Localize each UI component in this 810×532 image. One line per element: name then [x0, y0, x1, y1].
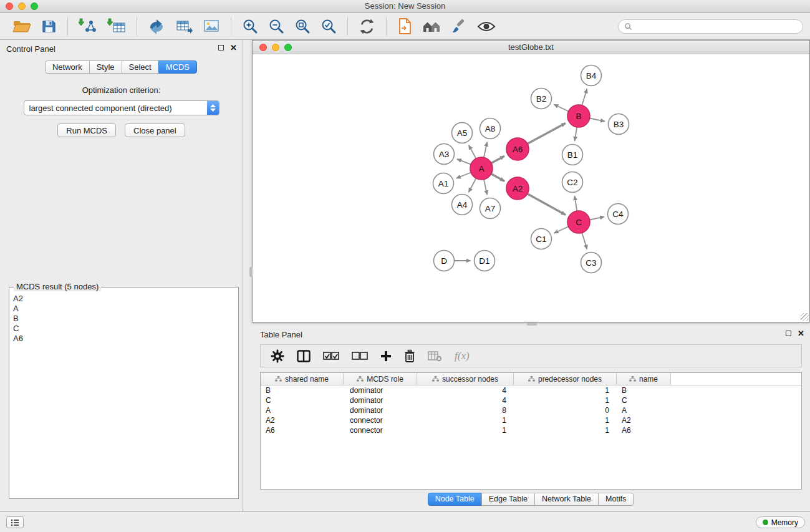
graph-node-A1[interactable]: A1 — [433, 173, 454, 194]
graph-node-B4[interactable]: B4 — [581, 65, 602, 86]
refresh-view-button[interactable] — [356, 16, 378, 37]
svg-text:A5: A5 — [457, 128, 468, 138]
delete-table-button[interactable] — [424, 349, 446, 363]
graph-node-A[interactable]: A — [470, 157, 493, 180]
save-session-button[interactable] — [39, 17, 59, 36]
column-header-shared-name[interactable]: shared name — [261, 373, 344, 385]
zoom-fit-button[interactable] — [292, 16, 313, 36]
show-graphics-button[interactable] — [475, 19, 498, 34]
import-network-button[interactable] — [76, 16, 100, 36]
graph-node-C2[interactable]: C2 — [562, 172, 583, 193]
export-table-button[interactable] — [173, 17, 195, 36]
column-header-successor-nodes[interactable]: successor nodes — [417, 373, 514, 385]
mcds-result-title: MCDS result (5 nodes) — [14, 282, 101, 291]
graph-node-B2[interactable]: B2 — [531, 89, 552, 109]
select-all-button[interactable] — [319, 351, 343, 362]
graph-node-A8[interactable]: A8 — [480, 118, 501, 139]
network-minimize-button[interactable] — [272, 44, 279, 51]
network-canvas[interactable]: B4B2BB3A5A8A6B1A3AC2A1A2A4A7C4CC1C3DD1 — [253, 54, 809, 322]
mcds-result-list: A2ABCA6 — [9, 288, 238, 344]
tab-network-table[interactable]: Network Table — [534, 493, 599, 506]
mcds-result-item[interactable]: C — [13, 324, 238, 334]
tab-select[interactable]: Select — [122, 60, 159, 74]
network-overview-button[interactable] — [420, 17, 443, 36]
show-columns-button[interactable] — [293, 349, 314, 364]
mcds-result-item[interactable]: A — [13, 304, 238, 314]
graph-node-C[interactable]: C — [567, 211, 590, 233]
zoom-in-button[interactable] — [239, 16, 261, 36]
add-column-button[interactable] — [377, 349, 395, 363]
column-header-MCDS-role[interactable]: MCDS role — [344, 373, 417, 385]
zoom-selected-button[interactable] — [318, 16, 339, 36]
clone-network-button[interactable] — [145, 16, 168, 36]
graph-node-B3[interactable]: B3 — [609, 114, 629, 135]
graph-node-A5[interactable]: A5 — [452, 123, 473, 143]
network-zoom-button[interactable] — [284, 44, 292, 51]
network-close-button[interactable] — [259, 44, 267, 51]
graph-node-A6[interactable]: A6 — [506, 138, 529, 160]
mcds-result-item[interactable]: A6 — [13, 334, 238, 344]
zoom-selected-icon — [321, 18, 337, 34]
tab-network[interactable]: Network — [45, 60, 90, 74]
table-row[interactable]: Cdominator41C — [261, 395, 801, 405]
window-controls — [6, 2, 38, 10]
delete-column-button[interactable] — [400, 348, 419, 364]
graph-node-C4[interactable]: C4 — [608, 204, 629, 225]
search-input[interactable] — [635, 22, 797, 31]
graph-node-C3[interactable]: C3 — [581, 253, 602, 273]
close-panel-icon[interactable]: ✕ — [798, 330, 804, 337]
tab-mcds[interactable]: MCDS — [158, 60, 197, 74]
column-header-predecessor-nodes[interactable]: predecessor nodes — [514, 373, 617, 385]
close-panel-icon[interactable]: ✕ — [230, 44, 237, 51]
open-document-button[interactable] — [395, 16, 415, 37]
function-builder-button[interactable]: f(x) — [451, 349, 473, 364]
table-row[interactable]: Adominator80A — [261, 405, 801, 415]
svg-text:B1: B1 — [567, 150, 578, 160]
graph-node-A7[interactable]: A7 — [480, 198, 501, 219]
float-panel-icon[interactable] — [218, 45, 224, 51]
tab-node-table[interactable]: Node Table — [428, 493, 482, 506]
graph-node-A4[interactable]: A4 — [452, 195, 473, 215]
close-panel-button[interactable]: Close panel — [125, 123, 185, 137]
network-window-titlebar[interactable]: testGlobe.txt — [253, 41, 809, 54]
list-icon — [11, 519, 19, 526]
window-minimize-button[interactable] — [18, 2, 26, 10]
graph-node-D[interactable]: D — [434, 251, 455, 271]
mcds-result-item[interactable]: A2 — [13, 294, 238, 304]
optimization-criterion-label: Optimization criterion: — [0, 85, 243, 95]
svg-text:B: B — [576, 112, 581, 121]
deselect-all-button[interactable] — [348, 351, 372, 362]
mcds-result-item[interactable]: B — [13, 314, 238, 324]
graph-node-C1[interactable]: C1 — [531, 229, 552, 249]
graph-node-D1[interactable]: D1 — [475, 251, 495, 271]
graph-node-A3[interactable]: A3 — [434, 144, 455, 165]
tab-motifs[interactable]: Motifs — [598, 493, 634, 506]
column-type-icon — [275, 376, 282, 382]
criterion-dropdown[interactable]: largest connected component (directed) — [24, 100, 219, 115]
network-graph[interactable]: B4B2BB3A5A8A6B1A3AC2A1A2A4A7C4CC1C3DD1 — [253, 54, 809, 322]
float-panel-icon[interactable] — [786, 331, 791, 336]
open-session-button[interactable] — [10, 17, 34, 36]
import-table-button[interactable] — [105, 16, 128, 36]
column-header-name[interactable]: name — [617, 373, 671, 385]
table-row[interactable]: Bdominator41B — [261, 385, 801, 395]
tab-style[interactable]: Style — [89, 60, 122, 74]
cytopanel-switch-button[interactable] — [6, 516, 24, 528]
window-close-button[interactable] — [6, 2, 13, 10]
table-settings-button[interactable] — [267, 348, 288, 364]
graph-node-B[interactable]: B — [567, 105, 590, 127]
tab-edge-table[interactable]: Edge Table — [481, 493, 535, 506]
window-zoom-button[interactable] — [31, 2, 38, 10]
table-row[interactable]: A6connector11A6 — [261, 425, 801, 435]
table-row[interactable]: A2connector11A2 — [261, 415, 801, 425]
memory-button[interactable]: Memory — [756, 516, 805, 528]
zoom-out-button[interactable] — [266, 16, 287, 36]
run-mcds-button[interactable]: Run MCDS — [57, 123, 116, 137]
window-resize-grip[interactable] — [801, 313, 809, 321]
graph-node-A2[interactable]: A2 — [506, 177, 529, 200]
delete-table-icon — [428, 351, 442, 362]
pane-splitter-handle[interactable] — [249, 267, 253, 277]
style-brush-button[interactable] — [448, 16, 470, 36]
export-image-button[interactable] — [200, 17, 223, 36]
graph-node-B1[interactable]: B1 — [562, 145, 583, 165]
